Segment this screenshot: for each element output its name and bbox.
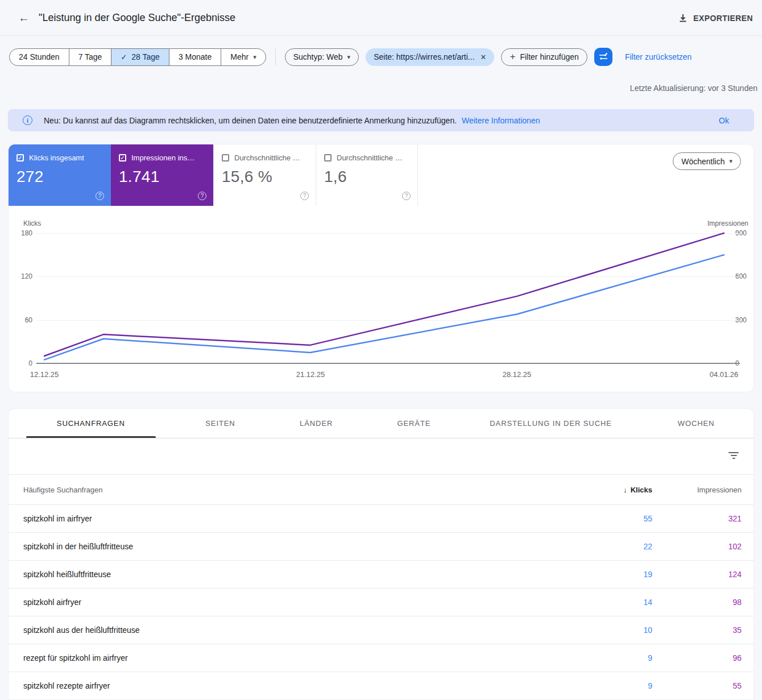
metric-tiles: ✓ Klicks insgesamt 272 ? ✓ Impressionen … <box>9 144 753 206</box>
table-row[interactable]: spitzkohl rezepte airfryer 9 55 <box>9 672 753 700</box>
table-header-row: Häufigste Suchanfragen ↓Klicks Impressio… <box>9 475 753 505</box>
date-range-segmented-control: 24 Stunden 7 Tage ✓ 28 Tage 3 Monate Meh… <box>9 48 266 66</box>
help-icon[interactable]: ? <box>96 192 104 200</box>
plus-icon: + <box>510 51 515 63</box>
clicks-cell: 19 <box>584 570 652 579</box>
last-update-text: Letzte Aktualisierung: vor 3 Stunden <box>630 84 757 93</box>
help-icon[interactable]: ? <box>402 192 411 200</box>
filter-list-icon[interactable] <box>728 452 739 460</box>
table-toolbar <box>9 438 753 475</box>
table-row[interactable]: rezept für spitzkohl im airfryer 9 96 <box>9 644 753 672</box>
checkbox-unchecked-icon[interactable] <box>222 154 229 161</box>
filter-bar: 24 Stunden 7 Tage ✓ 28 Tage 3 Monate Meh… <box>9 48 691 66</box>
range-28-tage[interactable]: ✓ 28 Tage <box>111 49 169 65</box>
chevron-down-icon: ▾ <box>347 53 351 61</box>
help-icon[interactable]: ? <box>198 192 206 200</box>
range-3-monate[interactable]: 3 Monate <box>169 49 221 65</box>
queries-table-panel: SUCHANFRAGEN SEITEN LÄNDER GERÄTE DARSTE… <box>8 408 754 700</box>
query-cell: spitzkohl airfryer <box>9 598 584 607</box>
reset-filters-link[interactable]: Filter zurücksetzen <box>625 52 691 61</box>
query-cell: spitzkohl heißluftfritteuse <box>9 570 584 579</box>
range-mehr-label: Mehr <box>230 52 249 61</box>
tab-wochen[interactable]: WOCHEN <box>639 409 753 438</box>
clicks-cell: 55 <box>584 514 652 523</box>
y-tick: 60 <box>15 316 32 324</box>
tune-sparkle-icon <box>598 52 608 62</box>
clicks-cell: 9 <box>584 653 652 662</box>
metric-tile-total-clicks[interactable]: ✓ Klicks insgesamt 272 ? <box>9 144 111 206</box>
impressions-cell: 321 <box>652 514 753 523</box>
column-header-impressions[interactable]: Impressionen <box>652 486 753 494</box>
metric-tile-average-position[interactable]: Durchschnittliche … 1,6 ? <box>316 144 418 206</box>
table-row[interactable]: spitzkohl in der heißluftfritteuse 22 10… <box>9 533 753 561</box>
page-filter-label: Seite: https://wirres.net/arti... <box>374 52 474 61</box>
table-row[interactable]: spitzkohl aus der heißluftfritteuse 10 3… <box>9 616 753 644</box>
back-arrow-icon[interactable]: ← <box>16 11 32 24</box>
metric-value: 15,6 % <box>222 168 308 186</box>
info-icon: i <box>23 115 32 125</box>
download-icon <box>678 14 688 23</box>
clicks-cell: 14 <box>584 598 652 607</box>
x-tick: 21.12.25 <box>296 370 325 379</box>
column-header-query[interactable]: Häufigste Suchanfragen <box>9 486 584 494</box>
tab-laender[interactable]: LÄNDER <box>267 409 365 438</box>
tab-geraete[interactable]: GERÄTE <box>365 409 463 438</box>
range-7-tage[interactable]: 7 Tage <box>69 49 112 65</box>
metric-label: Durchschnittliche … <box>234 154 300 162</box>
search-type-dropdown[interactable]: Suchtyp: Web ▾ <box>285 48 359 66</box>
column-header-clicks[interactable]: ↓Klicks <box>584 486 652 494</box>
y-tick: 180 <box>15 229 32 237</box>
x-tick: 28.12.25 <box>503 370 532 379</box>
x-tick: 04.01.26 <box>710 370 739 379</box>
notice-text: Neu: Du kannst auf das Diagramm rechtskl… <box>44 116 540 125</box>
smart-filter-button[interactable] <box>594 48 612 66</box>
query-cell: spitzkohl in der heißluftfritteuse <box>9 542 584 551</box>
performance-chart-panel: ✓ Klicks insgesamt 272 ? ✓ Impressionen … <box>8 144 754 392</box>
metric-tile-average-ctr[interactable]: Durchschnittliche … 15,6 % ? <box>213 144 316 206</box>
metric-value: 1,6 <box>324 168 409 186</box>
tab-seiten[interactable]: SEITEN <box>173 409 268 438</box>
help-icon[interactable]: ? <box>300 192 309 200</box>
checkbox-checked-icon[interactable]: ✓ <box>119 154 126 161</box>
add-filter-button[interactable]: + Filter hinzufügen <box>501 48 587 66</box>
granularity-label: Wöchentlich <box>681 157 724 166</box>
divider <box>275 48 276 65</box>
query-cell: rezept für spitzkohl im airfryer <box>9 653 584 662</box>
x-tick: 12.12.25 <box>30 370 59 379</box>
close-icon[interactable]: ✕ <box>481 53 487 61</box>
metric-value: 1.741 <box>119 168 205 186</box>
notice-more-info-link[interactable]: Weitere Informationen <box>462 116 540 125</box>
tab-darstellung[interactable]: DARSTELLUNG IN DER SUCHE <box>463 409 639 438</box>
impressions-cell: 35 <box>652 626 753 635</box>
impressions-cell: 98 <box>652 598 753 607</box>
clicks-cell: 9 <box>584 681 652 690</box>
query-cell: spitzkohl aus der heißluftfritteuse <box>9 626 584 635</box>
tab-suchanfragen[interactable]: SUCHANFRAGEN <box>9 409 173 438</box>
search-type-label: Suchtyp: Web <box>293 52 343 61</box>
granularity-dropdown[interactable]: Wöchentlich ▾ <box>673 152 741 170</box>
chevron-down-icon: ▾ <box>253 53 256 61</box>
table-row[interactable]: spitzkohl airfryer 14 98 <box>9 589 753 616</box>
export-label: EXPORTIEREN <box>693 14 753 23</box>
range-mehr[interactable]: Mehr ▾ <box>221 49 265 65</box>
chevron-down-icon: ▾ <box>729 158 732 165</box>
table-row[interactable]: spitzkohl heißluftfritteuse 19 124 <box>9 561 753 589</box>
page-filter-chip[interactable]: Seite: https://wirres.net/arti... ✕ <box>366 48 494 66</box>
checkbox-checked-icon[interactable]: ✓ <box>16 154 24 161</box>
impressions-cell: 55 <box>652 681 753 690</box>
notice-banner: i Neu: Du kannst auf das Diagramm rechts… <box>8 109 754 131</box>
table-row[interactable]: spitzkohl im airfryer 55 321 <box>9 505 753 533</box>
range-24-stunden[interactable]: 24 Stunden <box>10 49 69 65</box>
notice-ok-button[interactable]: Ok <box>719 116 729 125</box>
checkbox-unchecked-icon[interactable] <box>324 154 332 161</box>
metric-tile-total-impressions[interactable]: ✓ Impressionen ins… 1.741 ? <box>111 144 213 206</box>
chart-svg[interactable] <box>36 224 732 367</box>
impressions-cell: 102 <box>652 542 753 551</box>
query-cell: spitzkohl rezepte airfryer <box>9 681 584 690</box>
clicks-cell: 22 <box>584 542 652 551</box>
metric-label: Klicks insgesamt <box>29 154 84 162</box>
clicks-cell: 10 <box>584 626 652 635</box>
query-cell: spitzkohl im airfryer <box>9 514 584 523</box>
export-button[interactable]: EXPORTIEREN <box>678 0 753 36</box>
chart-line-impressionen <box>44 233 724 356</box>
